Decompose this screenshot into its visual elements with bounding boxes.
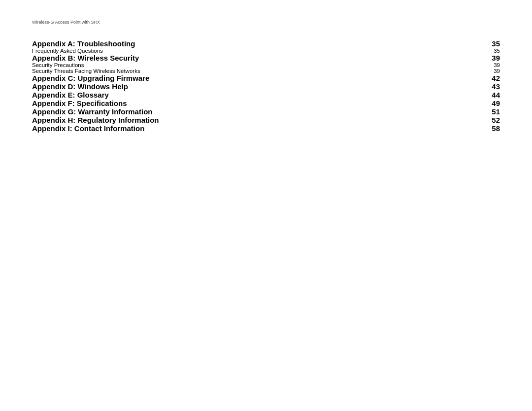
toc-main-row: Appendix F: Specifications49 <box>32 99 500 107</box>
toc-main-label: Appendix H: Regulatory Information <box>32 116 471 124</box>
toc-main-label: Appendix E: Glossary <box>32 91 471 99</box>
toc-sub-label: Security Precautions <box>32 62 471 68</box>
toc-main-label: Appendix F: Specifications <box>32 99 471 107</box>
toc-table: Appendix A: Troubleshooting35Frequently … <box>32 39 500 133</box>
toc-main-page: 52 <box>471 116 500 124</box>
toc-main-row: Appendix H: Regulatory Information52 <box>32 116 500 124</box>
toc-main-row: Appendix B: Wireless Security39 <box>32 54 500 62</box>
toc-main-label: Appendix I: Contact Information <box>32 124 471 133</box>
toc-main-page: 39 <box>471 54 500 62</box>
toc-main-page: 58 <box>471 124 500 133</box>
toc-main-page: 43 <box>471 82 500 91</box>
toc-main-page: 49 <box>471 99 500 107</box>
toc-main-label: Appendix D: Windows Help <box>32 82 471 91</box>
toc-main-row: Appendix A: Troubleshooting35 <box>32 39 500 48</box>
toc-sub-row: Security Precautions39 <box>32 62 500 68</box>
toc-main-label: Appendix B: Wireless Security <box>32 54 471 62</box>
toc-main-row: Appendix I: Contact Information58 <box>32 124 500 133</box>
toc-sub-page: 39 <box>471 68 500 74</box>
toc-sub-label: Security Threats Facing Wireless Network… <box>32 68 471 74</box>
toc-main-row: Appendix E: Glossary44 <box>32 91 500 99</box>
toc-main-row: Appendix D: Windows Help43 <box>32 82 500 91</box>
toc-sub-page: 39 <box>471 62 500 68</box>
toc-main-page: 51 <box>471 107 500 116</box>
page-container: Wireless-G Access Point with SRX Appendi… <box>0 0 532 411</box>
toc-sub-label: Frequently Asked Questions <box>32 48 471 54</box>
toc-main-row: Appendix G: Warranty Information51 <box>32 107 500 116</box>
header-label: Wireless-G Access Point with SRX <box>32 20 500 25</box>
toc-main-label: Appendix A: Troubleshooting <box>32 39 471 48</box>
toc-main-page: 42 <box>471 74 500 82</box>
toc-main-row: Appendix C: Upgrading Firmware42 <box>32 74 500 82</box>
toc-main-page: 44 <box>471 91 500 99</box>
toc-sub-page: 35 <box>471 48 500 54</box>
toc-sub-row: Frequently Asked Questions35 <box>32 48 500 54</box>
toc-main-page: 35 <box>471 39 500 48</box>
toc-main-label: Appendix G: Warranty Information <box>32 107 471 116</box>
toc-main-label: Appendix C: Upgrading Firmware <box>32 74 471 82</box>
toc-sub-row: Security Threats Facing Wireless Network… <box>32 68 500 74</box>
